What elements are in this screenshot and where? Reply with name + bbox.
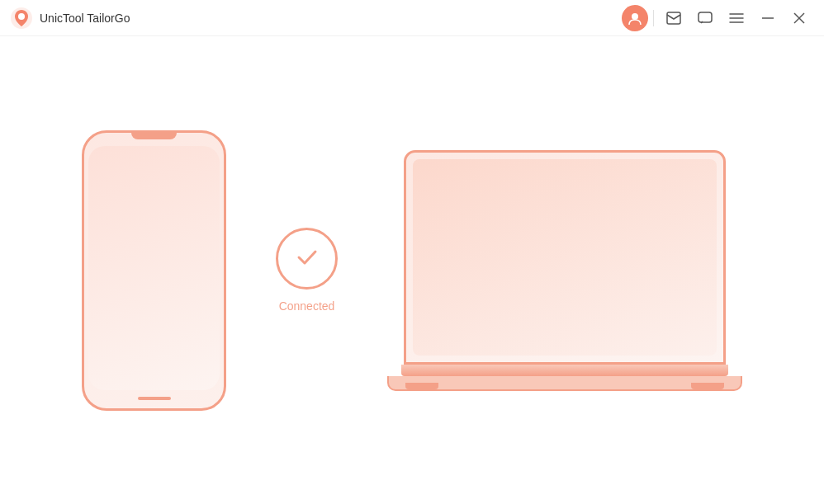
svg-point-1: [18, 13, 25, 20]
logo-icon: [10, 7, 33, 30]
svg-rect-4: [699, 12, 712, 22]
phone-notch: [131, 133, 177, 139]
close-icon: [793, 12, 805, 24]
connection-status: Connected: [276, 228, 338, 313]
laptop-screen-container: [404, 150, 726, 365]
chat-button[interactable]: [690, 3, 720, 33]
connection-circle: [276, 228, 338, 290]
laptop-hinge: [401, 365, 728, 376]
laptop-base: [387, 365, 742, 391]
laptop-illustration: [387, 150, 742, 391]
checkmark-icon: [294, 243, 320, 274]
main-content: Connected: [0, 36, 824, 504]
minimize-icon: [762, 17, 774, 19]
laptop-device: [387, 150, 742, 391]
user-avatar-button[interactable]: [622, 5, 648, 31]
menu-button[interactable]: [722, 3, 751, 33]
mail-icon: [666, 12, 681, 25]
phone-screen: [88, 146, 220, 390]
laptop-foot-left: [405, 383, 438, 389]
menu-icon: [729, 12, 744, 24]
laptop-screen-inner: [413, 159, 717, 356]
laptop-foot-right: [691, 383, 724, 389]
svg-rect-3: [667, 12, 680, 24]
phone-device: [82, 130, 226, 411]
chat-icon: [698, 12, 713, 25]
titlebar: UnicTool TailorGo: [0, 0, 824, 36]
titlebar-right: [622, 3, 814, 33]
close-button[interactable]: [784, 3, 814, 33]
user-icon: [627, 11, 642, 26]
titlebar-divider: [653, 10, 654, 26]
minimize-button[interactable]: [753, 3, 783, 33]
svg-point-2: [632, 13, 638, 20]
phone-home-indicator: [138, 397, 171, 400]
laptop-bottom: [387, 376, 742, 391]
connected-label: Connected: [279, 299, 335, 313]
titlebar-left: UnicTool TailorGo: [10, 7, 130, 30]
phone-illustration: [82, 130, 226, 411]
app-title: UnicTool TailorGo: [40, 12, 130, 25]
mail-button[interactable]: [659, 3, 689, 33]
